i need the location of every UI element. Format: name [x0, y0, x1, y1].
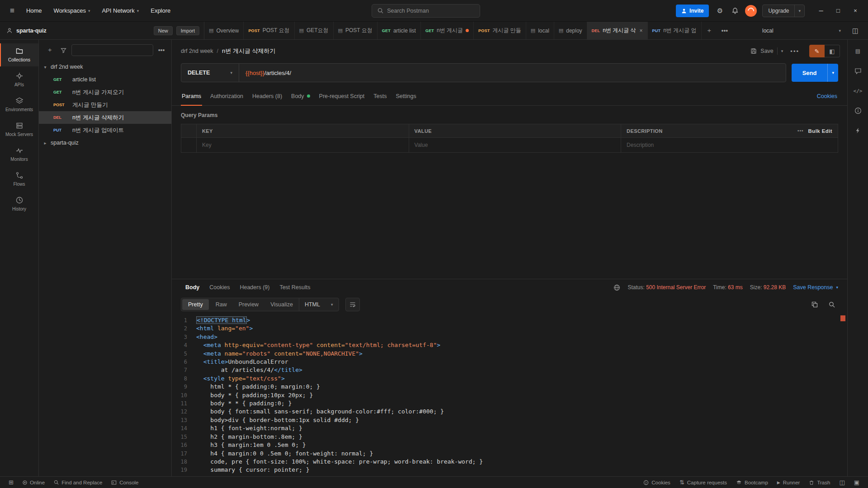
- menu-explore[interactable]: Explore: [145, 5, 176, 17]
- menu-home[interactable]: Home: [21, 5, 47, 17]
- split-pane-button[interactable]: ◧: [825, 45, 840, 57]
- request-row[interactable]: POST 게시글 만들기: [39, 99, 171, 111]
- key-input[interactable]: Key: [197, 138, 409, 152]
- view-preview[interactable]: Preview: [233, 298, 264, 311]
- description-input[interactable]: Description: [621, 138, 838, 152]
- upgrade-button[interactable]: Upgrade ▾: [762, 5, 805, 17]
- view-raw[interactable]: Raw: [210, 298, 233, 311]
- filter-icon[interactable]: [58, 45, 69, 56]
- cookies-button[interactable]: Cookies: [639, 480, 675, 485]
- breadcrumb-collection[interactable]: drf 2nd week: [181, 48, 213, 54]
- tab-request-active[interactable]: DELn번 게시글 삭×: [587, 22, 648, 39]
- save-response-button[interactable]: Save Response▾: [793, 284, 838, 291]
- environment-quick-look-icon[interactable]: ◫: [848, 23, 863, 38]
- response-tab-cookies[interactable]: Cookies: [205, 279, 234, 296]
- find-and-replace-button[interactable]: Find and Replace: [50, 477, 106, 488]
- sidebar-item-mock-servers[interactable]: Mock Servers: [0, 118, 38, 141]
- tab-request[interactable]: POST게시글 만들: [474, 22, 526, 39]
- sidebar-item-monitors[interactable]: Monitors: [0, 143, 38, 166]
- window-close-button[interactable]: ×: [847, 4, 863, 18]
- sidebar-item-history[interactable]: History: [0, 192, 38, 216]
- response-tab-test-results[interactable]: Test Results: [275, 279, 315, 296]
- sidebar-more-icon[interactable]: •••: [156, 45, 167, 56]
- window-minimize-button[interactable]: ─: [813, 4, 829, 18]
- global-search-input[interactable]: Search Postman: [372, 4, 480, 18]
- capture-requests-button[interactable]: ⇅ Capture requests: [675, 479, 731, 486]
- breadcrumb-request[interactable]: n번 게시글 삭제하기: [222, 47, 275, 55]
- params-more-options-button[interactable]: •••: [797, 128, 804, 133]
- new-button[interactable]: New: [154, 26, 173, 35]
- tab-request[interactable]: GETn번 게시글: [421, 22, 474, 39]
- workspace-name[interactable]: sparta-quiz: [16, 28, 150, 34]
- response-body-viewer[interactable]: 1<!DOCTYPE html>2<html lang="en">3<head>…: [172, 314, 847, 476]
- close-tab-icon[interactable]: ×: [640, 28, 643, 34]
- tab-overview[interactable]: ▤Overview: [204, 22, 244, 39]
- bootcamp-button[interactable]: Bootcamp: [732, 479, 772, 485]
- request-row[interactable]: GET n번 게시글 가져오기: [39, 86, 171, 99]
- tab-request[interactable]: POSTPOST 요청: [244, 22, 294, 39]
- hamburger-menu-icon[interactable]: ≡: [5, 6, 20, 15]
- comments-icon[interactable]: [853, 66, 863, 76]
- tab-pre-request-script[interactable]: Pre-request Script: [315, 87, 369, 105]
- pull-request-bolt-icon[interactable]: [853, 126, 863, 136]
- tab-tests[interactable]: Tests: [369, 87, 391, 105]
- tab-params[interactable]: Params: [177, 87, 206, 105]
- response-tab-body[interactable]: Body: [181, 279, 204, 296]
- settings-gear-icon[interactable]: ⚙: [712, 4, 727, 18]
- tab-authorization[interactable]: Authorization: [206, 87, 248, 105]
- bulk-edit-button[interactable]: Bulk Edit: [808, 128, 832, 134]
- grid-icon[interactable]: ⊞: [5, 477, 18, 488]
- sidebar-search-input[interactable]: [71, 44, 153, 56]
- window-maximize-button[interactable]: □: [830, 4, 846, 18]
- scrollbar-thumb[interactable]: [840, 315, 845, 321]
- language-selector[interactable]: HTML▾: [299, 298, 339, 311]
- two-pane-icon[interactable]: ◫: [835, 479, 849, 486]
- request-row-selected[interactable]: DEL n번 게시글 삭제하기: [39, 111, 171, 124]
- runner-button[interactable]: ▶ Runner: [773, 480, 804, 485]
- tab-request[interactable]: GETarticle list: [377, 22, 421, 39]
- info-icon[interactable]: [853, 106, 863, 116]
- collection-row[interactable]: ▾ drf 2nd week: [39, 61, 171, 73]
- add-collection-button[interactable]: ＋: [44, 45, 55, 56]
- url-input[interactable]: {{host}}/articles/4/: [239, 64, 786, 82]
- online-status[interactable]: Online: [19, 477, 49, 488]
- chevron-down-icon[interactable]: ▾: [795, 5, 804, 17]
- new-tab-button[interactable]: ＋: [702, 22, 717, 39]
- trash-button[interactable]: Trash: [805, 480, 834, 485]
- view-pretty[interactable]: Pretty: [182, 299, 209, 310]
- sidebar-item-collections[interactable]: Collections: [0, 43, 38, 66]
- chevron-down-icon[interactable]: ▾: [42, 65, 48, 70]
- save-button[interactable]: Save ▾: [749, 45, 785, 57]
- menu-api-network[interactable]: API Network▾: [96, 5, 144, 17]
- documentation-icon[interactable]: ▤: [853, 46, 863, 56]
- menu-workspaces[interactable]: Workspaces▾: [48, 5, 96, 17]
- tab-options-button[interactable]: •••: [717, 22, 733, 39]
- edit-pencil-button[interactable]: ✎: [809, 45, 825, 57]
- collection-row[interactable]: ▸ sparta-quiz: [39, 136, 171, 149]
- tab-request[interactable]: ▤GET요청: [295, 22, 334, 39]
- chevron-down-icon[interactable]: ▾: [781, 49, 783, 53]
- response-tab-headers[interactable]: Headers (9): [235, 279, 274, 296]
- view-visualize[interactable]: Visualize: [264, 298, 299, 311]
- search-response-icon[interactable]: [826, 298, 838, 311]
- tab-body[interactable]: Body: [287, 87, 315, 105]
- tab-environment[interactable]: ▤local: [526, 22, 554, 39]
- tab-settings[interactable]: Settings: [391, 87, 420, 105]
- request-row[interactable]: GET article list: [39, 73, 171, 86]
- request-row[interactable]: PUT n번 게시글 업데이트: [39, 124, 171, 136]
- avatar[interactable]: [745, 5, 757, 17]
- sidebar-item-environments[interactable]: Environments: [0, 93, 38, 116]
- console-button[interactable]: Console: [107, 477, 142, 488]
- value-input[interactable]: Value: [409, 138, 622, 152]
- tab-environment[interactable]: ▤deploy: [554, 22, 587, 39]
- help-panel-icon[interactable]: ▣: [850, 479, 863, 486]
- tab-request[interactable]: ▤POST 요청: [334, 22, 377, 39]
- wrap-lines-button[interactable]: [345, 298, 360, 311]
- sidebar-item-apis[interactable]: APIs: [0, 68, 38, 91]
- sidebar-item-flows[interactable]: Flows: [0, 168, 38, 191]
- notifications-bell-icon[interactable]: [728, 4, 742, 18]
- import-button[interactable]: Import: [176, 26, 199, 35]
- tab-request[interactable]: PUTn번 게시글 업: [648, 22, 702, 39]
- method-select[interactable]: DELETE ▾: [181, 64, 239, 82]
- chevron-right-icon[interactable]: ▸: [42, 141, 48, 145]
